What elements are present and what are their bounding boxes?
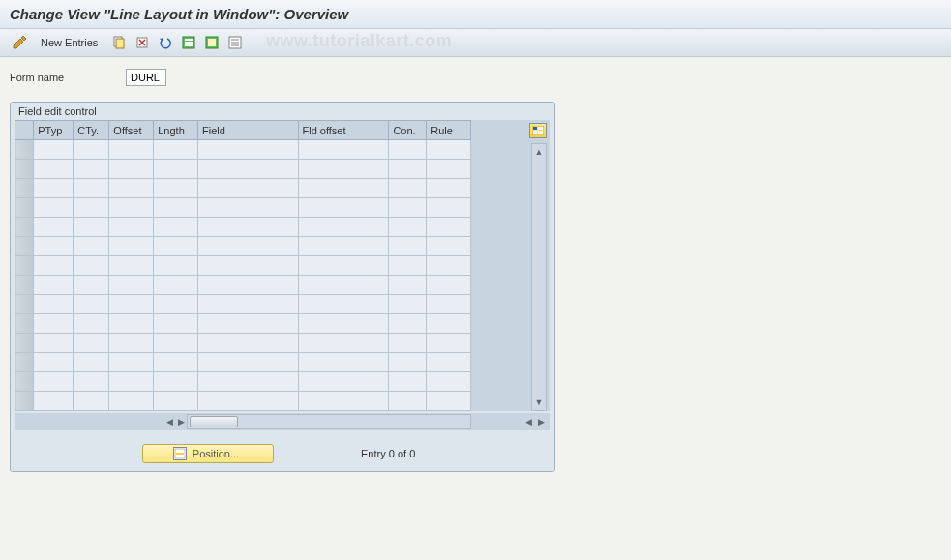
row-selector[interactable]	[15, 372, 34, 392]
cell[interactable]	[389, 179, 427, 198]
table-row[interactable]	[15, 237, 471, 256]
col-con[interactable]: Con.	[389, 121, 427, 140]
cell[interactable]	[427, 372, 471, 392]
cell[interactable]	[427, 237, 471, 256]
cell[interactable]	[109, 392, 154, 411]
cell[interactable]	[34, 198, 74, 218]
copy-icon[interactable]	[109, 33, 129, 52]
cell[interactable]	[109, 372, 154, 392]
select-block-icon[interactable]	[202, 33, 222, 52]
cell[interactable]	[74, 314, 109, 334]
cell[interactable]	[427, 218, 471, 237]
cell[interactable]	[197, 256, 298, 276]
cell[interactable]	[389, 334, 427, 353]
delete-icon[interactable]	[133, 33, 152, 52]
table-row[interactable]	[15, 295, 471, 314]
scroll-left-icon[interactable]: ◀	[163, 416, 175, 427]
row-selector[interactable]	[15, 295, 34, 314]
cell[interactable]	[74, 392, 109, 411]
scroll-up-icon[interactable]: ▲	[533, 146, 545, 158]
cell[interactable]	[34, 392, 74, 411]
cell[interactable]	[74, 353, 109, 372]
cell[interactable]	[298, 295, 389, 314]
row-selector[interactable]	[15, 392, 34, 411]
cell[interactable]	[197, 314, 298, 334]
cell[interactable]	[427, 353, 471, 372]
cell[interactable]	[154, 179, 198, 198]
cell[interactable]	[427, 160, 471, 179]
col-fldoffset[interactable]: Fld offset	[298, 121, 389, 140]
cell[interactable]	[109, 276, 154, 295]
cell[interactable]	[197, 198, 298, 218]
cell[interactable]	[34, 237, 74, 256]
row-selector[interactable]	[15, 334, 34, 353]
table-row[interactable]	[15, 353, 471, 372]
cell[interactable]	[298, 237, 389, 256]
cell[interactable]	[109, 140, 154, 160]
cell[interactable]	[74, 179, 109, 198]
cell[interactable]	[154, 256, 198, 276]
col-lngth[interactable]: Lngth	[154, 121, 198, 140]
cell[interactable]	[197, 237, 298, 256]
cell[interactable]	[197, 218, 298, 237]
table-row[interactable]	[15, 276, 471, 295]
cell[interactable]	[34, 160, 74, 179]
cell[interactable]	[197, 334, 298, 353]
scroll-right-end-icon[interactable]: ▶	[535, 416, 547, 427]
row-selector[interactable]	[15, 237, 34, 256]
cell[interactable]	[298, 160, 389, 179]
cell[interactable]	[109, 295, 154, 314]
cell[interactable]	[389, 314, 427, 334]
undo-icon[interactable]	[156, 33, 175, 52]
cell[interactable]	[427, 276, 471, 295]
cell[interactable]	[427, 334, 471, 353]
select-all-icon[interactable]	[179, 33, 198, 52]
cell[interactable]	[389, 353, 427, 372]
table-settings-icon[interactable]	[529, 123, 547, 138]
cell[interactable]	[154, 372, 198, 392]
cell[interactable]	[298, 392, 389, 411]
form-name-input[interactable]	[126, 69, 166, 86]
cell[interactable]	[298, 256, 389, 276]
table-row[interactable]	[15, 392, 471, 411]
cell[interactable]	[389, 140, 427, 160]
cell[interactable]	[298, 198, 389, 218]
cell[interactable]	[197, 160, 298, 179]
cell[interactable]	[34, 353, 74, 372]
cell[interactable]	[389, 237, 427, 256]
row-selector[interactable]	[15, 256, 34, 276]
row-selector[interactable]	[15, 218, 34, 237]
col-offset[interactable]: Offset	[109, 121, 154, 140]
cell[interactable]	[427, 392, 471, 411]
cell[interactable]	[109, 198, 154, 218]
cell[interactable]	[109, 179, 154, 198]
cell[interactable]	[427, 179, 471, 198]
table-row[interactable]	[15, 179, 471, 198]
cell[interactable]	[74, 295, 109, 314]
cell[interactable]	[109, 314, 154, 334]
cell[interactable]	[389, 372, 427, 392]
cell[interactable]	[109, 160, 154, 179]
cell[interactable]	[197, 179, 298, 198]
cell[interactable]	[74, 140, 109, 160]
cell[interactable]	[34, 179, 74, 198]
table-row[interactable]	[15, 218, 471, 237]
cell[interactable]	[197, 353, 298, 372]
row-selector[interactable]	[15, 160, 34, 179]
cell[interactable]	[298, 276, 389, 295]
cell[interactable]	[109, 256, 154, 276]
cell[interactable]	[34, 218, 74, 237]
cell[interactable]	[427, 295, 471, 314]
cell[interactable]	[427, 256, 471, 276]
table-row[interactable]	[15, 314, 471, 334]
cell[interactable]	[34, 334, 74, 353]
cell[interactable]	[197, 276, 298, 295]
cell[interactable]	[154, 218, 198, 237]
cell[interactable]	[298, 140, 389, 160]
cell[interactable]	[427, 198, 471, 218]
col-rule[interactable]: Rule	[427, 121, 471, 140]
cell[interactable]	[154, 314, 198, 334]
cell[interactable]	[154, 353, 198, 372]
col-cty[interactable]: CTy.	[74, 121, 109, 140]
cell[interactable]	[197, 295, 298, 314]
